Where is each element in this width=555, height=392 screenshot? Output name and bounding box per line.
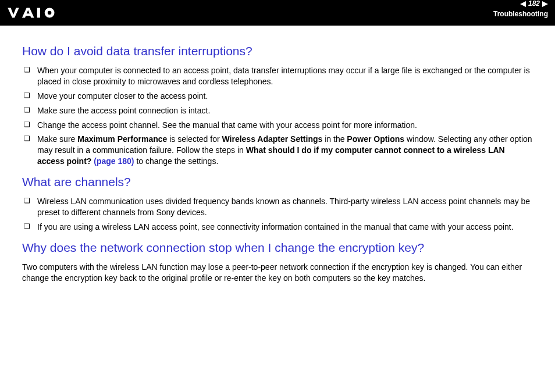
text: is selected for <box>167 134 222 144</box>
page-nav: 182 <box>493 0 548 9</box>
bold-text: Power Options <box>347 134 404 144</box>
text: Make sure <box>37 134 77 144</box>
list-text: Move your computer closer to the access … <box>37 91 208 101</box>
text: to change the settings. <box>134 156 219 166</box>
prev-page-arrow-icon[interactable] <box>520 1 526 7</box>
next-page-arrow-icon[interactable] <box>542 1 548 7</box>
heading-channels: What are channels? <box>22 175 533 189</box>
bullet-list: Wireless LAN communication uses divided … <box>22 196 533 233</box>
heading-data-transfer: How do I avoid data transfer interruptio… <box>22 44 533 58</box>
list-item: Move your computer closer to the access … <box>22 91 533 102</box>
page-header: 182 Troubleshooting <box>0 0 555 26</box>
bullet-list: When your computer is connected to an ac… <box>22 65 533 167</box>
page-link[interactable]: (page 180) <box>94 156 134 166</box>
list-text: Make sure the access point connection is… <box>37 106 210 115</box>
header-meta: 182 Troubleshooting <box>493 6 548 19</box>
bold-text: Wireless Adapter Settings <box>222 134 322 144</box>
bold-text: Maximum Performance <box>77 134 167 144</box>
list-item: When your computer is connected to an ac… <box>22 65 533 87</box>
page-content: How do I avoid data transfer interruptio… <box>0 26 555 300</box>
list-text: Change the access point channel. See the… <box>37 120 417 130</box>
paragraph: Two computers with the wireless LAN func… <box>22 262 533 284</box>
section-label: Troubleshooting <box>493 10 548 19</box>
list-item: Change the access point channel. See the… <box>22 120 533 131</box>
list-item: Wireless LAN communication uses divided … <box>22 196 533 218</box>
list-text: When your computer is connected to an ac… <box>37 66 530 86</box>
list-text: If you are using a wireless LAN access p… <box>37 222 514 231</box>
page-number: 182 <box>528 0 540 9</box>
svg-rect-0 <box>37 8 40 18</box>
vaio-logo <box>7 6 67 19</box>
heading-encryption-key: Why does the network connection stop whe… <box>22 241 533 255</box>
text: in the <box>322 134 347 144</box>
list-text: Wireless LAN communication uses divided … <box>37 197 530 217</box>
list-item: Make sure Maximum Performance is selecte… <box>22 134 533 167</box>
list-item: Make sure the access point connection is… <box>22 105 533 116</box>
list-item: If you are using a wireless LAN access p… <box>22 222 533 233</box>
